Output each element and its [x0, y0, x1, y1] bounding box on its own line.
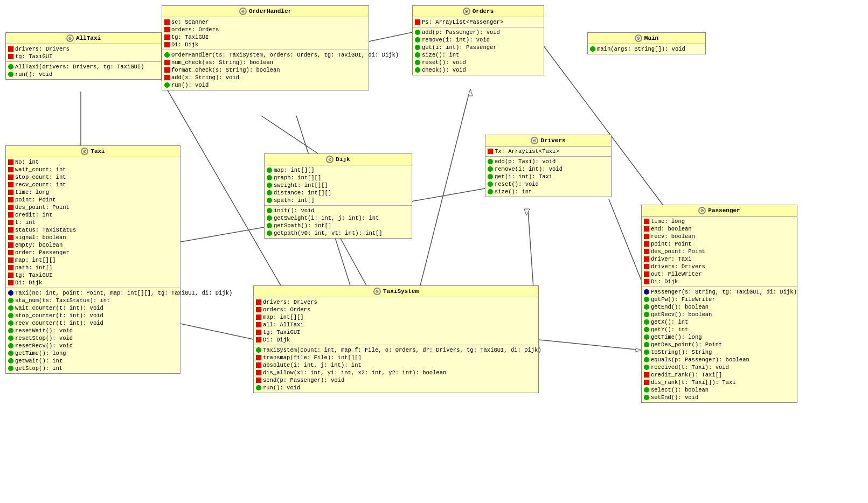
class-title-passenger: Passenger — [708, 207, 740, 214]
member-orders-m1: remove(i: int): void — [415, 36, 541, 44]
vis — [164, 67, 170, 73]
class-title-taxisystem: TaxiSystem — [383, 288, 419, 295]
class-dijk: ⊙ Dijk map: int[][] graph: int[][] sweig… — [264, 153, 412, 239]
svg-line-9 — [337, 232, 366, 285]
vis — [164, 75, 170, 80]
text-alltaxi-0: drivers: Drivers — [15, 46, 70, 52]
vis — [415, 19, 420, 25]
class-header-dijk: ⊙ Dijk — [265, 154, 412, 165]
class-header-taxisystem: ⊙ TaxiSystem — [254, 286, 538, 297]
methods-drivers: add(p: Taxi): void remove(i: int): void … — [485, 157, 611, 197]
fields-taxi: No: int wait_count: int stop_count: int … — [6, 157, 180, 288]
member-alltaxi-1: tg: TaxiGUI — [8, 53, 159, 60]
circle-icon-main: ⊙ — [635, 34, 642, 42]
svg-line-1 — [261, 116, 318, 153]
member-orders-f0: Ps: ArrayList<Passenger> — [415, 18, 541, 26]
fields-passenger: time: long end: boolean recv: boolean po… — [642, 216, 797, 287]
class-title-taxi: Taxi — [91, 148, 105, 155]
member-alltaxi-m0: AllTaxi(drivers: Drivers, tg: TaxiGUI) — [8, 63, 159, 71]
methods-taxi: Taxi(no: int, point: Point, map: int[][]… — [6, 288, 180, 373]
vis-sq-red — [8, 54, 13, 59]
class-title-dijk: Dijk — [336, 156, 350, 163]
member-orders-m3: size(): int — [415, 51, 541, 59]
circle-icon-drivers: ⊙ — [531, 137, 538, 144]
member-orders-m0: add(p: Passenger): void — [415, 29, 541, 36]
svg-marker-12 — [524, 209, 530, 215]
class-title-drivers: Drivers — [540, 137, 565, 144]
class-passenger: ⊙ Passenger time: long end: boolean recv… — [641, 205, 797, 403]
class-title-alltaxi: AllTaxi — [76, 35, 101, 41]
methods-orders: add(p: Passenger): void remove(i: int): … — [413, 27, 544, 75]
class-header-taxi: ⊙ Taxi — [6, 146, 180, 157]
class-header-orderhandler: ⊙ OrderHandler — [162, 6, 369, 17]
class-header-drivers: ⊙ Drivers — [485, 135, 611, 146]
vis — [164, 42, 170, 47]
member-oh-f1: orders: Orders — [164, 26, 366, 33]
methods-main: main(args: String[]): void — [588, 44, 705, 54]
vis — [415, 45, 420, 50]
vis — [164, 27, 170, 32]
circle-icon-orderhandler: ⊙ — [239, 8, 247, 15]
class-header-alltaxi: ⊙ AllTaxi — [6, 33, 161, 44]
circle-icon-dijk: ⊙ — [326, 156, 334, 163]
circle-icon-orders: ⊙ — [463, 8, 470, 15]
svg-line-8 — [178, 323, 253, 339]
circle-icon-taxisystem: ⊙ — [373, 288, 381, 295]
member-oh-m4: run(): void — [164, 81, 366, 89]
class-title-orderhandler: OrderHandler — [249, 8, 291, 15]
circle-icon-alltaxi: ⊙ — [66, 34, 74, 42]
fields-alltaxi: drivers: Drivers tg: TaxiGUI — [6, 44, 161, 62]
vis-sq-red — [8, 46, 13, 52]
vis — [415, 67, 420, 73]
svg-line-11 — [528, 210, 533, 288]
circle-icon-taxi: ⊙ — [81, 148, 88, 155]
vis — [415, 37, 420, 43]
vis — [164, 19, 170, 25]
class-orders: ⊙ Orders Ps: ArrayList<Passenger> add(p:… — [412, 5, 544, 75]
methods-dijk: init(): void getSweight(i: int, j: int):… — [265, 206, 412, 238]
class-drivers: ⊙ Drivers Tx: ArrayList<Taxi> add(p: Tax… — [485, 135, 612, 197]
diagram: ⊙ AllTaxi drivers: Drivers tg: TaxiGUI A… — [0, 0, 868, 503]
member-oh-f3: Di: Dijk — [164, 41, 366, 48]
svg-line-3 — [420, 94, 469, 285]
member-main-m0: main(args: String[]): void — [590, 45, 703, 53]
vis — [164, 60, 170, 65]
svg-line-13 — [533, 339, 641, 350]
member-orders-m4: reset(): void — [415, 59, 541, 66]
vis — [590, 46, 595, 52]
class-header-orders: ⊙ Orders — [413, 6, 544, 17]
vis-dot-green — [8, 72, 13, 77]
text-alltaxi-1: tg: TaxiGUI — [15, 53, 52, 60]
vis — [415, 52, 420, 58]
fields-dijk: map: int[][] graph: int[][] sweight: int… — [265, 165, 412, 206]
member-orders-m5: check(): void — [415, 66, 541, 74]
methods-orderhandler: OrderHandler(ts: TaxiSystem, orders: Ord… — [162, 50, 369, 90]
methods-alltaxi: AllTaxi(drivers: Drivers, tg: TaxiGUI) r… — [6, 62, 161, 79]
vis — [164, 82, 170, 88]
class-taxisystem: ⊙ TaxiSystem drivers: Drivers orders: Or… — [253, 285, 539, 393]
text-alltaxi-m0: AllTaxi(drivers: Drivers, tg: TaxiGUI) — [15, 64, 144, 70]
fields-orders: Ps: ArrayList<Passenger> — [413, 17, 544, 27]
class-taxi: ⊙ Taxi No: int wait_count: int stop_coun… — [5, 145, 180, 374]
member-oh-m3: add(s: String): void — [164, 74, 366, 81]
vis — [415, 30, 420, 35]
member-oh-m0: OrderHandler(ts: TaxiSystem, orders: Ord… — [164, 51, 366, 59]
member-alltaxi-m1: run(): void — [8, 71, 159, 78]
vis — [164, 52, 170, 58]
member-oh-f0: sc: Scanner — [164, 18, 366, 26]
member-oh-m1: num_check(ss: String): boolean — [164, 59, 366, 66]
vis — [164, 34, 170, 40]
circle-icon-passenger: ⊙ — [698, 207, 706, 214]
fields-taxisystem: drivers: Drivers orders: Orders map: int… — [254, 297, 538, 345]
class-orderhandler: ⊙ OrderHandler sc: Scanner orders: Order… — [162, 5, 369, 90]
class-header-main: ⊙ Main — [588, 33, 705, 44]
member-oh-f2: tg: TaxiGUI — [164, 33, 366, 41]
methods-passenger: Passenger(s: String, tg: TaxiGUI, di: Di… — [642, 287, 797, 402]
svg-marker-4 — [468, 89, 473, 96]
vis — [415, 60, 420, 65]
member-orders-m2: get(i: int): Passenger — [415, 44, 541, 51]
text-alltaxi-m1: run(): void — [15, 71, 52, 78]
member-oh-m2: format_check(s: String): boolean — [164, 66, 366, 74]
class-title-orders: Orders — [473, 8, 494, 15]
class-main: ⊙ Main main(args: String[]): void — [587, 32, 706, 54]
